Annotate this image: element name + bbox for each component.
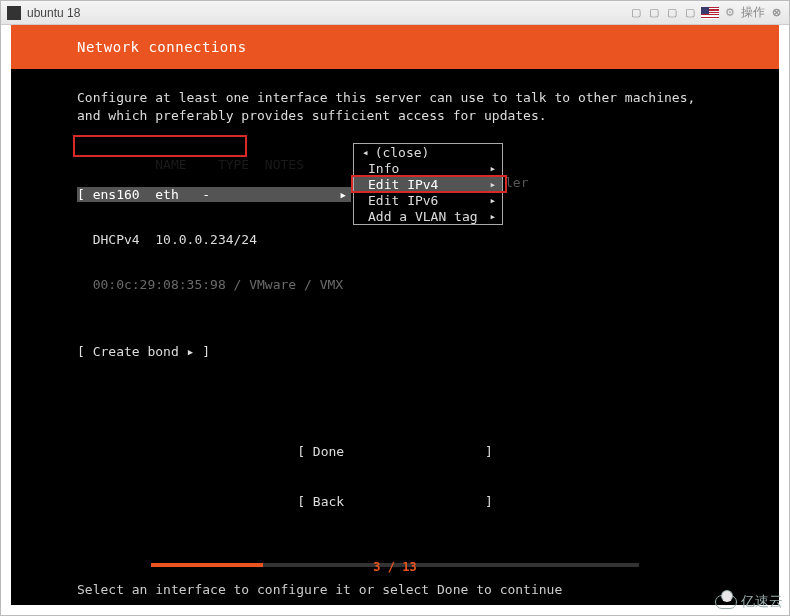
popup-item-label: Edit IPv6 — [368, 193, 489, 208]
popup-item-label: (close) — [375, 145, 496, 160]
back-arrow-icon: ◂ — [362, 146, 369, 159]
table-header: NAME TYPE NOTES — [140, 157, 304, 172]
installer-console: Network connections Configure at least o… — [11, 25, 779, 605]
popup-item-label: Edit IPv4 — [368, 177, 489, 192]
back-button[interactable]: [ Back ] — [11, 494, 779, 511]
help-text: Select an interface to configure it or s… — [77, 582, 562, 597]
done-button[interactable]: [ Done ] — [11, 444, 779, 461]
vm-window: ubuntu 18 ▢ ▢ ▢ ▢ ⚙ 操作 ⊗ Network connect… — [0, 0, 790, 616]
gear-icon[interactable]: ⚙ — [723, 6, 737, 20]
description-line-2: and which preferably provides sufficient… — [77, 107, 763, 125]
popup-item-edit-ipv6[interactable]: Edit IPv6▸ — [354, 192, 502, 208]
popup-item-label: Add a VLAN tag — [368, 209, 489, 224]
close-icon[interactable]: ⊗ — [769, 6, 783, 20]
popup-item--close-[interactable]: ◂(close) — [354, 144, 502, 160]
popup-item-label: Info — [368, 161, 489, 176]
create-bond-button[interactable]: [ Create bond ▸ ] — [77, 344, 763, 359]
progress-label: 3 / 13 — [11, 560, 779, 574]
popup-item-info[interactable]: Info▸ — [354, 160, 502, 176]
popup-item-edit-ipv4[interactable]: Edit IPv4▸ — [354, 176, 502, 192]
description-line-1: Configure at least one interface this se… — [77, 89, 763, 107]
dhcp-row: DHCPv4 10.0.0.234/24 — [77, 232, 763, 247]
obscured-text: ler — [505, 175, 528, 190]
app-icon — [7, 6, 21, 20]
submenu-arrow-icon: ▸ — [489, 162, 496, 175]
submenu-arrow-icon: ▸ — [489, 194, 496, 207]
action-label[interactable]: 操作 — [741, 6, 765, 20]
interface-popup-menu: ◂(close) Info▸ Edit IPv4▸ Edit IPv6▸ Add… — [353, 143, 503, 225]
toolbar-icon-2[interactable]: ▢ — [647, 6, 661, 20]
submenu-arrow-icon: ▸ — [489, 178, 496, 191]
us-flag-icon[interactable] — [701, 7, 719, 19]
toolbar-icon-3[interactable]: ▢ — [665, 6, 679, 20]
window-title: ubuntu 18 — [27, 6, 80, 20]
popup-item-add-a-vlan-tag[interactable]: Add a VLAN tag▸ — [354, 208, 502, 224]
mac-row: 00:0c:29:08:35:98 / VMware / VMX — [77, 277, 763, 292]
titlebar: ubuntu 18 ▢ ▢ ▢ ▢ ⚙ 操作 ⊗ — [1, 1, 789, 25]
footer-buttons: [ Done ] [ Back ] — [11, 410, 779, 545]
interface-row-ens160[interactable]: [ ens160 eth - — [77, 187, 351, 202]
submenu-arrow-icon: ▸ — [489, 210, 496, 223]
toolbar-icon-1[interactable]: ▢ — [629, 6, 643, 20]
toolbar-icon-4[interactable]: ▢ — [683, 6, 697, 20]
page-title: Network connections — [11, 25, 779, 69]
